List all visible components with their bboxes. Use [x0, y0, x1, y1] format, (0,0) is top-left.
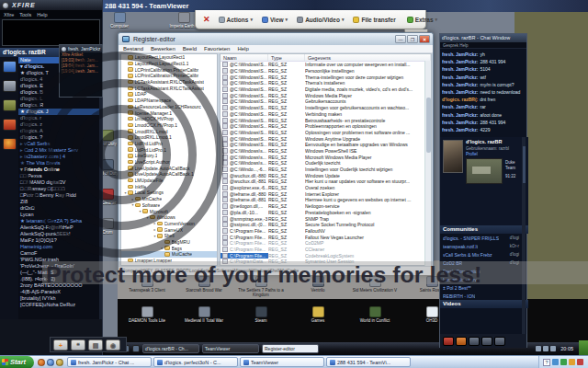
close-button[interactable]: ✕: [419, 35, 430, 43]
toolbar-button[interactable]: Audio/Video ▾: [295, 16, 345, 24]
friend-item[interactable]: ▸ ts2basterz.com | 4: [18, 154, 99, 160]
remote-task-button[interactable]: Register-editor: [262, 344, 319, 353]
community-link[interactable]: ± Pol 2 Best**: [443, 285, 471, 291]
registry-row[interactable]: @wucltux.dll,-880 REG_SZ Windows Update: [220, 172, 431, 178]
registry-row[interactable]: C:\Program File... REG_SZ CodebreakLogic…: [220, 252, 431, 259]
tree-item[interactable]: LmodOCX.HVProp: [121, 116, 217, 122]
desktop-icon[interactable]: Steam: [235, 306, 287, 323]
registry-row[interactable]: @C:\Windows\S... REG_SZ Informatie over …: [220, 62, 431, 68]
friend-item[interactable]: ★ d'logics. J: [18, 109, 99, 115]
regedit-value-pane[interactable]: Naam Type Gegevens @C:\Windows\S... REG_…: [220, 53, 432, 266]
registry-row[interactable]: @C:\Windows\S... REG_SZ Instellingen voo…: [220, 105, 431, 111]
tray-network-icon[interactable]: [536, 346, 541, 351]
settings-button[interactable]: [494, 337, 505, 346]
column-header-data[interactable]: Gegevens: [305, 54, 431, 61]
column-header-type[interactable]: Type: [268, 54, 305, 61]
tree-item[interactable]: LineStory.1: [121, 153, 217, 159]
friend-item[interactable]: [brutality] IVYkh: [18, 295, 99, 302]
tray-xfire-icon[interactable]: [552, 359, 559, 365]
quicklaunch-messenger-icon[interactable]: [47, 359, 54, 366]
regedit-scrollbar[interactable]: [424, 61, 431, 266]
tree-item[interactable]: LCTaskAssistant.RXLCTaskAssist: [121, 79, 217, 86]
community-link[interactable]: Fresh-Corporation: [443, 269, 481, 274]
regedit-titlebar[interactable]: Register-editor — ❐ ✕: [119, 33, 433, 45]
registry-row[interactable]: @C:\Windows\S... REG_SZ Betrouwbaarheids…: [220, 117, 431, 123]
registry-row[interactable]: C:\Program File... REG_SZ FalloutNV: [220, 228, 431, 235]
tree-item[interactable]: ▸ Bags: [121, 245, 217, 251]
help-tray-icon[interactable]: ?: [543, 359, 550, 366]
toolbar-button[interactable]: Actions ▾: [217, 16, 254, 24]
registry-row[interactable]: @C:\Windows\S... REG_SZ Thema-instelling…: [220, 74, 431, 80]
community-link[interactable]: vCall Serbs & Mix Frebz: [443, 252, 492, 258]
friend-item[interactable]: ▾ Friends Online: [18, 167, 99, 173]
tree-item[interactable]: ▸ GameUX: [121, 226, 217, 233]
registry-row[interactable]: @C:\Windows\s... REG_SZ Ouderlijk toezic…: [220, 160, 431, 167]
community-item[interactable]: d'logics. - SNIPER FRI(LLS d'logi: [443, 234, 525, 242]
regedit-tree-pane[interactable]: LayoutRect.LayoutRect1 LayoutRect.Layout…: [120, 53, 218, 266]
tray-antivirus-icon[interactable]: [560, 359, 567, 365]
maximize-button[interactable]: ❐: [407, 35, 418, 43]
xfire-titlebar[interactable]: XFIRE: [0, 0, 102, 10]
registry-row[interactable]: @C:\Windows\S... REG_SZ Probleemrapporte…: [220, 123, 431, 130]
voice-button[interactable]: [469, 337, 480, 346]
registry-row[interactable]: @C:\Windows\s... REG_SZ Windows PowerShe…: [220, 148, 431, 155]
desktop-icon[interactable]: Teamspeak 3 Client: [121, 276, 173, 297]
toolbar-button[interactable]: View ▾: [260, 16, 289, 24]
tree-item[interactable]: ▸ MrtCache: [121, 196, 217, 202]
registry-row[interactable]: @pla.dll,-10... REG_SZ Prestatielogboeke…: [220, 210, 431, 216]
tree-item[interactable]: LidPrd.LidPro.1: [121, 146, 217, 153]
tree-item[interactable]: lnkfile: [121, 183, 217, 190]
menu-item[interactable]: Favorieten: [204, 46, 230, 52]
tree-item[interactable]: LCTaskAssistant.RXLCTaskAssist: [121, 85, 217, 91]
tree-item[interactable]: LayoutRect.LayoutRect1: [121, 54, 217, 61]
screenshot-button[interactable]: [456, 337, 467, 346]
tree-item[interactable]: ▾ Shell: [121, 233, 217, 239]
friend-item[interactable]: d'logics. z: [18, 121, 99, 128]
scrollbar-thumb[interactable]: [426, 98, 431, 153]
friend-item[interactable]: □□ Pexva: [18, 173, 99, 179]
scrollbar-thumb[interactable]: [523, 146, 526, 183]
friend-item[interactable]: CarnoF: [18, 250, 99, 257]
registry-row[interactable]: @C:\Windows\S... REG_SZ Digitale media, …: [220, 86, 431, 93]
sidebar-downloads-icon[interactable]: [3, 119, 17, 131]
registry-row[interactable]: @ieframe.dll,-880 REG_SZ Internet Explor…: [220, 190, 431, 197]
tree-item[interactable]: LiveUpdate.AutoACallBack.1: [121, 171, 217, 178]
sidebar-games-icon[interactable]: [3, 99, 17, 111]
friend-item[interactable]: ▸ vCall Serbs: [18, 141, 99, 147]
tray-volume-icon[interactable]: [543, 346, 548, 351]
community-link[interactable]: Immortalis - serv: [443, 277, 477, 282]
community-item[interactable]: Immortalis - serv: [443, 275, 525, 283]
registry-row[interactable]: @ieframe.dll,-881 REG_SZ Hiermee kunt u …: [220, 197, 431, 203]
community-item[interactable]: vCall Serbs & Mix Frebz d'logi: [443, 250, 525, 259]
tree-item[interactable]: ▾ Microsoft: [121, 208, 217, 214]
friend-item[interactable]: d'logics. A: [18, 128, 99, 134]
tree-item[interactable]: Lmapper.Lmapper: [121, 258, 217, 264]
tree-item[interactable]: LDAPNamespace: [121, 98, 217, 104]
sidebar-friends-icon[interactable]: [3, 61, 17, 73]
desktop-icon[interactable]: World in Conflict: [349, 306, 401, 323]
desktop-icon[interactable]: Sid Meiers Civilization V: [349, 276, 401, 297]
remote-quicklaunch-icon-3[interactable]: [132, 345, 140, 352]
start-button[interactable]: Start: [0, 356, 34, 368]
desktop-icon[interactable]: DAEMON Tools Lite: [121, 306, 173, 323]
mini-chat-titlebar[interactable]: fresh. JamPickz: [60, 45, 102, 52]
friend-item[interactable]: ★ The Vita Brevis: [18, 160, 99, 167]
toolbar-button[interactable]: Extras ▾: [405, 16, 439, 24]
remote-task-button[interactable]: TeamViewer: [202, 344, 259, 353]
tray-update-icon[interactable]: [569, 359, 575, 365]
tree-item[interactable]: LmodRXL.Lmod.1: [121, 134, 217, 141]
community-item[interactable]: ± Pol 2 Best**: [443, 283, 525, 292]
chat-menubar[interactable]: Gesprek Help: [440, 42, 526, 49]
registry-row[interactable]: @C:\Windows\S... REG_SZ Gebruikersaccoun…: [220, 98, 431, 105]
video-thumbnail[interactable]: [466, 158, 503, 184]
friend-item[interactable]: -4(B-AjS-ParadoX: [18, 289, 99, 295]
column-header-name[interactable]: Naam: [220, 54, 268, 61]
task-button[interactable]: d'logics. perfect3oN - C...: [153, 357, 238, 367]
community-link[interactable]: d'logics. - SNIPER FRI(LLS: [443, 236, 499, 241]
task-button[interactable]: fresh. JamPickz - Chat ...: [67, 357, 152, 367]
friend-item[interactable]: ★ letanam( GezZA ?) Seha: [18, 218, 99, 224]
record-button[interactable]: [443, 337, 454, 346]
quicklaunch-browser-icon[interactable]: [38, 359, 45, 366]
community-link[interactable]: CoD2 BR: [443, 260, 462, 266]
remote-task-button[interactable]: d'logics.razBR - Ch...: [142, 344, 199, 353]
